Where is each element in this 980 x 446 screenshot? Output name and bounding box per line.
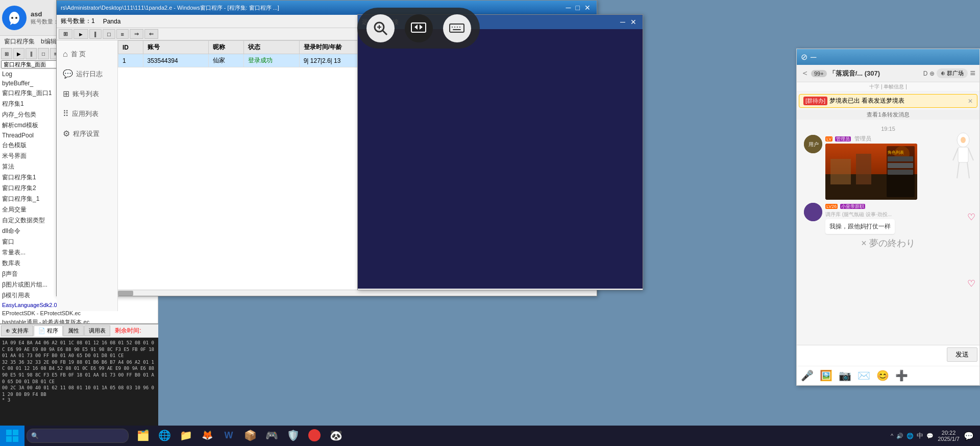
toolbar-btn-2[interactable]: ► xyxy=(74,29,88,39)
tray-chevron[interactable]: ^ xyxy=(891,433,893,439)
menu-edit[interactable]: b编辑 xyxy=(39,37,59,46)
camera-icon[interactable]: 📷 xyxy=(839,369,851,382)
svg-rect-24 xyxy=(888,156,913,161)
float-tools xyxy=(357,8,480,49)
emoji-icon[interactable]: 😊 xyxy=(876,369,889,382)
bottom-tabs: ⊕ 支持库 📄 程序 属性 调用表 剩余时间: xyxy=(0,324,158,338)
chat-minimize-icon[interactable]: ⊘ xyxy=(801,52,807,62)
nav-runlog[interactable]: 💬 运行日志 xyxy=(57,64,117,84)
search-tool-btn[interactable] xyxy=(366,14,395,42)
tab-property[interactable]: 属性 xyxy=(63,325,84,336)
tree-item-hashtable[interactable]: hashtable通用 - 哈希表修复版本.ec xyxy=(0,317,158,323)
panda-minimize-btn[interactable]: ─ xyxy=(564,4,573,12)
chat-menu-btn[interactable]: ≡ xyxy=(970,68,975,79)
sender1-lv-badge: LV xyxy=(825,136,832,142)
msg-avatar-1: 用户 xyxy=(804,135,822,153)
tray-lang[interactable]: 中 xyxy=(917,431,923,440)
taskbar-search-icon: 🔍 xyxy=(31,432,39,439)
sender2-lv-badge: LV26 xyxy=(825,204,838,209)
svg-line-33 xyxy=(967,162,969,178)
svg-rect-38 xyxy=(13,436,18,442)
remote-tool-btn[interactable] xyxy=(405,14,433,42)
taskbar-search[interactable]: 🔍 xyxy=(27,429,129,443)
tab-program[interactable]: 📄 程序 xyxy=(34,325,63,336)
nav-home[interactable]: ⌂ 首 页 xyxy=(57,44,117,64)
image-icon[interactable]: 🖼️ xyxy=(820,369,832,382)
menu-window[interactable]: 窗口程序集 xyxy=(2,37,37,46)
tab-calltable[interactable]: 调用表 xyxy=(84,325,110,336)
tb-icon-4[interactable]: □ xyxy=(38,48,49,59)
cell-status: 登录成功 xyxy=(243,54,299,67)
toolbar-btn-6[interactable]: ⇒ xyxy=(130,29,143,39)
plus-icon[interactable]: ➕ xyxy=(895,369,908,382)
svg-rect-36 xyxy=(13,430,18,435)
chat-messages[interactable]: 19:15 用户 LV 管理员 管理员 xyxy=(797,120,979,345)
notif-badge: [群待办] xyxy=(803,97,827,105)
taskbar-app-ie[interactable]: 🌐 xyxy=(154,426,175,446)
taskbar-app-shield[interactable]: 🛡️ xyxy=(283,426,303,446)
nav-accounts[interactable]: ⊞ 账号列表 xyxy=(57,84,117,104)
nav-runlog-label: 运行日志 xyxy=(76,69,103,79)
tray-network[interactable]: 🔊 xyxy=(896,433,903,439)
svg-point-34 xyxy=(804,203,822,221)
toolbar-btn-7[interactable]: ⇐ xyxy=(144,29,158,39)
chat-settings-icon[interactable]: ─ xyxy=(811,53,816,62)
remote-close-btn[interactable]: ✕ xyxy=(628,18,639,26)
taskbar-app-firefox[interactable]: 🦊 xyxy=(197,426,217,446)
svg-line-4 xyxy=(382,30,387,35)
panda-titlebar: rs\Administrator\Desktop\111\111\1panda2… xyxy=(57,1,597,15)
panda-title: rs\Administrator\Desktop\111\111\1panda2… xyxy=(61,4,564,12)
taskbar-app-files[interactable]: 🗂️ xyxy=(133,426,153,446)
mail-icon[interactable]: ✉️ xyxy=(857,369,870,382)
tb-icon-1[interactable]: ⊞ xyxy=(1,48,12,59)
tb-icon-2[interactable]: ▶ xyxy=(13,48,24,59)
hex-line-4: * 3 xyxy=(2,397,156,403)
tray-chat[interactable]: 💬 xyxy=(926,433,934,439)
taskbar-app-pkg[interactable]: 📦 xyxy=(240,426,260,446)
sender2-special-badge: 小皇帝辞职 xyxy=(840,204,865,209)
taskbar-app-word[interactable]: W xyxy=(218,426,239,446)
chat-back-btn[interactable]: ＜ xyxy=(801,68,809,79)
taskbar-apps: 🗂️ 🌐 📁 🦊 W 📦 🎮 🛡️ xyxy=(133,426,346,446)
msg-sender-1: LV 管理员 管理员 xyxy=(825,135,917,143)
send-button[interactable]: 发送 xyxy=(947,347,977,362)
notification-center-icon[interactable]: 💬 xyxy=(964,431,974,441)
svg-rect-29 xyxy=(958,147,968,162)
nav-settings[interactable]: ⚙ 程序设置 xyxy=(57,124,117,144)
taskbar-right: ^ 🔊 🌐 中 💬 20:22 2025/1/7 💬 xyxy=(891,430,980,442)
group-notification: [群待办] 梦境表已出 看表发送梦境表 ✕ xyxy=(799,94,977,108)
keyboard-tool-btn[interactable] xyxy=(443,14,471,42)
sender1-special-badge: 管理员 xyxy=(835,136,851,142)
taskbar-app-panda[interactable]: 🐼 xyxy=(326,426,346,446)
panda-maximize-btn[interactable]: □ xyxy=(574,4,582,12)
remote-minimize-btn[interactable]: ─ xyxy=(618,18,627,26)
horizontal-scrollbar[interactable] xyxy=(118,290,597,296)
notif-close-btn[interactable]: ✕ xyxy=(968,98,973,105)
toolbar-btn-3[interactable]: ‖ xyxy=(89,29,102,39)
scrollbar-thumb[interactable] xyxy=(118,291,133,296)
account-count-label: 账号数量：1 xyxy=(58,16,98,27)
svg-rect-26 xyxy=(888,170,913,175)
qq-chat-window: ⊘ ─ ＜ 99+ 「落观音/... (307) D ⊕ ⊕ 群广场 ≡ 十字 … xyxy=(796,49,980,386)
tb-icon-3[interactable]: ‖ xyxy=(26,48,37,59)
toolbar-btn-4[interactable]: □ xyxy=(103,29,115,39)
mic-icon[interactable]: 🎤 xyxy=(801,369,814,382)
start-button[interactable] xyxy=(0,426,24,446)
toolbar-btn-1[interactable]: ⊞ xyxy=(59,29,72,39)
panda-close-btn[interactable]: ✕ xyxy=(582,4,593,12)
nav-apps[interactable]: ⠿ 应用列表 xyxy=(57,104,117,124)
taskbar-app-red[interactable] xyxy=(304,426,325,446)
taskbar-app-game[interactable]: 🎮 xyxy=(261,426,282,446)
taskbar-app-explorer[interactable]: 📁 xyxy=(176,426,196,446)
tab-support[interactable]: ⊕ 支持库 xyxy=(1,325,33,336)
svg-rect-20 xyxy=(856,154,871,184)
chat-input-area: 发送 🎤 🖼️ 📷 ✉️ 😊 ➕ xyxy=(797,345,979,385)
chat-input-field[interactable] xyxy=(797,345,939,366)
svg-line-30 xyxy=(953,148,958,160)
msg-bubble-2: 我操，跟他妈打仗一样 xyxy=(825,219,895,234)
tray-volume[interactable]: 🌐 xyxy=(906,433,914,439)
qq-chat-header: ＜ 99+ 「落观音/... (307) D ⊕ ⊕ 群广场 ≡ xyxy=(797,65,979,82)
toolbar-btn-5[interactable]: ≡ xyxy=(116,29,129,39)
chat-broadcast-btn[interactable]: ⊕ 群广场 xyxy=(937,68,968,78)
windows-icon xyxy=(6,430,18,442)
